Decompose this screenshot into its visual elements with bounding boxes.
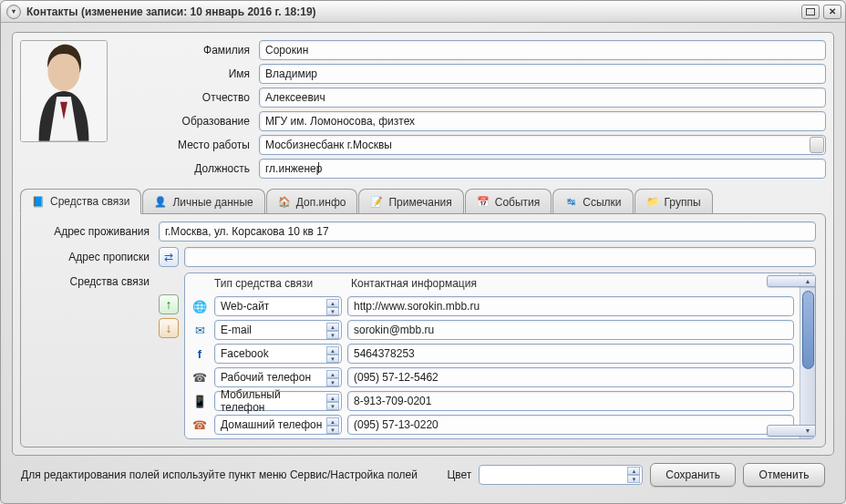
tab-personal[interactable]: 👤 Личные данные xyxy=(142,189,264,214)
color-label: Цвет xyxy=(447,468,471,481)
comm-scrollbar[interactable]: ▲ ▼ xyxy=(800,273,815,438)
label-position: Должность xyxy=(117,162,253,175)
comm-type-select[interactable]: Рабочий телефон ▲▼ xyxy=(214,367,342,387)
input-registration[interactable] xyxy=(184,247,816,267)
comm-type-select[interactable]: Домашний телефон ▲▼ xyxy=(214,415,342,435)
input-workplace[interactable] xyxy=(259,135,826,155)
comm-head-info: Контактная информация xyxy=(351,277,794,290)
comm-type-select[interactable]: Web-сайт ▲▼ xyxy=(214,296,342,316)
close-icon: ✕ xyxy=(829,6,836,16)
copy-address-button[interactable]: ⇄ xyxy=(159,247,179,267)
content: Фамилия Имя Отчество Образование xyxy=(1,23,845,503)
copy-icon: ⇄ xyxy=(164,251,173,263)
comm-type-select[interactable]: Facebook ▲▼ xyxy=(214,344,342,364)
maximize-icon xyxy=(806,8,815,15)
input-patronymic[interactable] xyxy=(259,87,826,108)
comm-row: ☎ Домашний телефон ▲▼ xyxy=(191,415,794,435)
folder-icon: 📁 xyxy=(646,196,659,209)
footer: Для редактирования полей используйте пун… xyxy=(12,456,834,496)
save-button[interactable]: Сохранить xyxy=(650,463,736,487)
comm-row: ☎ Рабочий телефон ▲▼ xyxy=(191,367,794,387)
tab-label-0: Средства связи xyxy=(50,195,129,208)
comm-head-type: Тип средства связи xyxy=(214,277,351,290)
person-icon xyxy=(21,41,107,141)
home-icon: 🏠 xyxy=(278,196,291,209)
label-patronymic: Отчество xyxy=(117,91,253,104)
calendar-icon: 📅 xyxy=(477,196,490,209)
move-down-button[interactable]: ↓ xyxy=(159,318,179,338)
label-workplace: Место работы xyxy=(117,139,253,151)
mobile-icon: 📱 xyxy=(191,395,209,408)
comm-info-input[interactable] xyxy=(347,296,794,316)
label-last-name: Фамилия xyxy=(117,44,253,57)
person-icon: 👤 xyxy=(154,196,167,209)
maximize-button[interactable] xyxy=(801,5,820,19)
comm-type-select[interactable]: Мобильный телефон ▲▼ xyxy=(214,391,342,411)
arrow-up-icon: ↑ xyxy=(166,297,172,312)
comm-row: 🌐 Web-сайт ▲▼ xyxy=(191,296,794,316)
label-comm: Средства связи xyxy=(30,273,153,439)
tab-notes[interactable]: 📝 Примечания xyxy=(358,189,463,214)
comm-info-input[interactable] xyxy=(347,320,794,340)
tab-label-3: Примечания xyxy=(388,196,451,209)
scroll-thumb[interactable] xyxy=(802,291,814,369)
phone-icon: ☎ xyxy=(191,371,209,385)
comm-area: Средства связи ↑ ↓ Тип средства связи Ко… xyxy=(30,273,816,439)
arrow-down-icon: ↓ xyxy=(166,321,172,335)
label-residence: Адрес проживания xyxy=(30,225,153,238)
comm-info-input[interactable] xyxy=(347,367,794,387)
cancel-button[interactable]: Отменить xyxy=(743,463,825,487)
svg-rect-0 xyxy=(807,8,815,15)
tab-label-1: Личные данные xyxy=(172,196,253,209)
label-registration: Адрес прописки xyxy=(30,251,153,263)
contact-photo[interactable] xyxy=(20,40,108,142)
fields: Фамилия Имя Отчество Образование xyxy=(117,40,826,179)
input-position[interactable] xyxy=(259,159,826,179)
tab-links[interactable]: ↹ Ссылки xyxy=(552,189,633,214)
tabs: 📘 Средства связи 👤 Личные данные 🏠 Доп.и… xyxy=(20,188,826,213)
phonebook-icon: 📘 xyxy=(32,195,45,208)
workplace-picker-button[interactable] xyxy=(810,137,824,153)
label-first-name: Имя xyxy=(117,67,253,80)
tab-label-6: Группы xyxy=(665,196,701,209)
window-title: Контакты (изменение записи: 10 январь 20… xyxy=(26,5,316,18)
globe-icon: 🌐 xyxy=(191,300,209,314)
tab-communication[interactable]: 📘 Средства связи xyxy=(20,189,141,214)
comm-row: 📱 Мобильный телефон ▲▼ xyxy=(191,391,794,411)
label-education: Образование xyxy=(117,115,253,128)
comm-row: f Facebook ▲▼ xyxy=(191,344,794,364)
tab-extra[interactable]: 🏠 Доп.инфо xyxy=(266,189,358,214)
tab-label-2: Доп.инфо xyxy=(296,196,346,209)
scroll-up-icon: ▲ xyxy=(767,275,816,287)
facebook-icon: f xyxy=(191,347,209,361)
comm-info-input[interactable] xyxy=(347,391,794,411)
window: ▾ Контакты (изменение записи: 10 январь … xyxy=(0,0,846,504)
header-row: Фамилия Имя Отчество Образование xyxy=(20,40,826,179)
tab-label-4: События xyxy=(495,196,541,209)
tab-body: Адрес проживания Адрес прописки ⇄ Средст… xyxy=(20,213,826,447)
color-select[interactable]: ▲▼ xyxy=(479,465,643,485)
close-button[interactable]: ✕ xyxy=(823,5,841,19)
scroll-down-icon: ▼ xyxy=(767,425,816,437)
note-icon: 📝 xyxy=(370,196,383,209)
tab-events[interactable]: 📅 События xyxy=(465,189,552,214)
comm-info-input[interactable] xyxy=(347,415,794,435)
main-panel: Фамилия Имя Отчество Образование xyxy=(12,32,834,456)
input-last-name[interactable] xyxy=(259,40,826,60)
comm-row: ✉ E-mail ▲▼ xyxy=(191,320,794,340)
titlebar: ▾ Контакты (изменение записи: 10 январь … xyxy=(1,1,845,23)
input-education[interactable] xyxy=(259,111,826,131)
comm-info-input[interactable] xyxy=(347,344,794,364)
link-icon: ↹ xyxy=(564,196,577,209)
mail-icon: ✉ xyxy=(191,324,209,337)
input-residence[interactable] xyxy=(159,221,816,242)
window-menu-button[interactable]: ▾ xyxy=(6,5,21,19)
home-phone-icon: ☎ xyxy=(191,418,209,432)
footer-hint: Для редактирования полей используйте пун… xyxy=(21,468,418,481)
comm-table: Тип средства связи Контактная информация… xyxy=(184,273,816,439)
tab-label-5: Ссылки xyxy=(583,196,621,209)
input-first-name[interactable] xyxy=(259,64,826,84)
move-up-button[interactable]: ↑ xyxy=(159,294,179,314)
tab-groups[interactable]: 📁 Группы xyxy=(634,189,713,214)
comm-type-select[interactable]: E-mail ▲▼ xyxy=(214,320,342,340)
